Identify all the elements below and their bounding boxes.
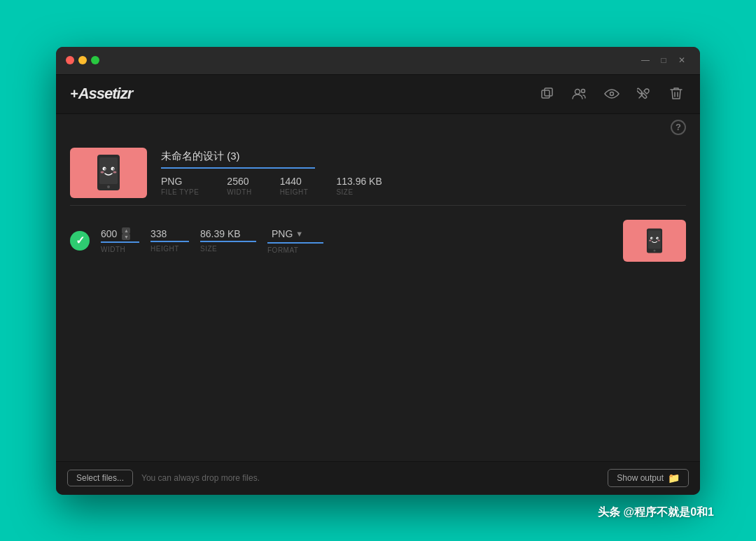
- export-preview-thumbnail: [623, 220, 686, 262]
- format-underline: [267, 242, 323, 244]
- svg-point-19: [652, 237, 652, 238]
- asset-file-type-value: PNG: [161, 176, 199, 187]
- asset-info-row: PNG FILE TYPE 2560 WIDTH 1440 HEIGHT 113…: [161, 176, 686, 196]
- asset-width: 2560 WIDTH: [227, 176, 251, 196]
- asset-width-value: 2560: [227, 176, 251, 187]
- export-format-value: PNG: [272, 228, 293, 239]
- svg-point-10: [104, 169, 106, 170]
- maximize-button[interactable]: [91, 56, 99, 64]
- export-format-label: FORMAT: [267, 246, 323, 254]
- asset-size-value: 113.96 KB: [336, 176, 382, 187]
- export-size-value: 86.39 KB: [200, 228, 256, 239]
- svg-point-11: [113, 169, 114, 170]
- export-enabled-check[interactable]: ✓: [70, 231, 90, 251]
- asset-meta: 未命名的设计 (3) PNG FILE TYPE 2560 WIDTH 1440…: [161, 150, 686, 196]
- window-controls: — □ ✕: [637, 54, 690, 66]
- asset-row: 未命名的设计 (3) PNG FILE TYPE 2560 WIDTH 1440…: [70, 138, 686, 206]
- asset-size-label: SIZE: [336, 188, 382, 196]
- asset-height: 1440 HEIGHT: [280, 176, 309, 196]
- svg-rect-15: [648, 230, 661, 248]
- close-window-button[interactable]: ✕: [673, 54, 690, 66]
- width-stepper[interactable]: ▲ ▼: [122, 227, 130, 240]
- svg-point-2: [575, 90, 580, 94]
- help-button[interactable]: ?: [671, 120, 686, 135]
- app-header: +Assetizr: [56, 75, 700, 114]
- export-preview-image: [645, 227, 664, 254]
- export-height-field: 338 HEIGHT: [150, 228, 189, 253]
- svg-point-3: [582, 90, 585, 93]
- restore-window-button[interactable]: □: [655, 54, 672, 66]
- asset-name-underline: [161, 167, 315, 169]
- trash-icon[interactable]: [666, 84, 686, 104]
- minimize-window-button[interactable]: —: [637, 54, 654, 66]
- width-underline: [101, 241, 139, 243]
- svg-point-16: [654, 249, 656, 251]
- app-logo: +Assetizr: [70, 85, 132, 103]
- svg-point-7: [107, 185, 110, 188]
- eye-icon[interactable]: [602, 84, 622, 104]
- svg-point-4: [610, 92, 614, 96]
- svg-rect-0: [542, 90, 550, 98]
- format-dropdown[interactable]: PNG ▼: [267, 227, 323, 241]
- asset-preview-image: [94, 153, 122, 192]
- checkmark-icon: ✓: [76, 234, 85, 247]
- tools-icon[interactable]: [634, 84, 654, 104]
- svg-point-20: [657, 237, 658, 238]
- watermark-text: 头条 @程序不就是0和1: [598, 505, 714, 520]
- users-icon[interactable]: [570, 84, 589, 104]
- export-size-field: 86.39 KB SIZE: [200, 228, 256, 253]
- footer: Select files... You can always drop more…: [56, 461, 700, 495]
- folder-icon: 📁: [668, 472, 680, 484]
- select-files-button[interactable]: Select files...: [67, 470, 133, 486]
- export-row: ✓ 600 ▲ ▼ WIDTH 338: [70, 209, 686, 273]
- asset-file-type: PNG FILE TYPE: [161, 176, 199, 196]
- export-size-label: SIZE: [200, 245, 256, 253]
- main-content: 未命名的设计 (3) PNG FILE TYPE 2560 WIDTH 1440…: [56, 138, 700, 461]
- asset-height-label: HEIGHT: [280, 188, 309, 196]
- show-output-button[interactable]: Show output 📁: [608, 469, 689, 487]
- format-dropdown-arrow-icon: ▼: [295, 230, 303, 238]
- export-width-field[interactable]: 600 ▲ ▼ WIDTH: [101, 227, 139, 253]
- minimize-button[interactable]: [78, 56, 87, 64]
- header-actions: [538, 84, 686, 104]
- traffic-lights: [66, 56, 99, 64]
- asset-height-value: 1440: [280, 176, 309, 187]
- svg-point-12: [101, 171, 104, 174]
- svg-rect-1: [545, 88, 552, 96]
- export-width-value: 600: [101, 228, 117, 239]
- export-height-label: HEIGHT: [150, 245, 189, 253]
- svg-point-21: [649, 239, 651, 241]
- asset-size: 113.96 KB SIZE: [336, 176, 382, 196]
- asset-file-type-label: FILE TYPE: [161, 188, 199, 196]
- asset-thumbnail: [70, 148, 147, 198]
- title-bar: — □ ✕: [56, 47, 700, 75]
- asset-width-label: WIDTH: [227, 188, 251, 196]
- help-row: ?: [56, 114, 700, 138]
- export-height-value: 338: [150, 228, 189, 239]
- export-rows: ✓ 600 ▲ ▼ WIDTH 338: [70, 209, 686, 273]
- width-increment-button[interactable]: ▲: [122, 227, 130, 234]
- app-window: — □ ✕ +Assetizr: [56, 47, 700, 495]
- svg-rect-6: [99, 157, 118, 184]
- drop-hint-text: You can always drop more files.: [141, 473, 599, 483]
- width-decrement-button[interactable]: ▼: [122, 234, 130, 240]
- export-width-label: WIDTH: [101, 246, 139, 253]
- height-underline: [150, 241, 189, 242]
- duplicate-icon[interactable]: [538, 84, 557, 104]
- close-button[interactable]: [66, 56, 74, 64]
- show-output-label: Show output: [617, 473, 664, 483]
- asset-name: 未命名的设计 (3): [161, 150, 686, 163]
- svg-point-13: [113, 171, 117, 174]
- svg-point-22: [657, 239, 659, 241]
- export-format-field: PNG ▼ FORMAT: [267, 227, 323, 254]
- size-underline: [200, 241, 256, 242]
